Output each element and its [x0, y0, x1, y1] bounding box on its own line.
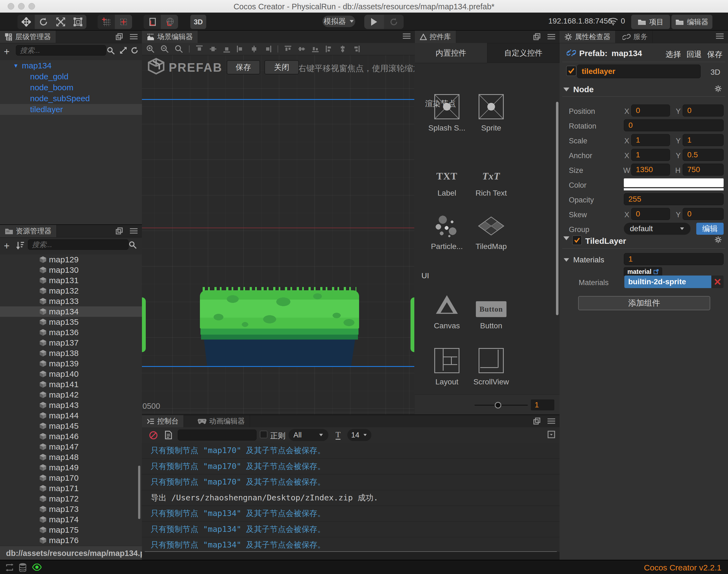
tree-node[interactable]: ▼ map134	[0, 60, 142, 71]
rotation-input[interactable]: 0	[624, 119, 724, 131]
align-right-icon[interactable]	[264, 45, 271, 53]
tab-assets[interactable]: 资源管理器	[0, 225, 57, 237]
size-h-input[interactable]: 750	[683, 164, 724, 176]
widget-item[interactable]: TiledMap	[469, 207, 513, 251]
asset-item[interactable]: map174	[0, 515, 142, 525]
external-link-icon[interactable]	[654, 269, 658, 274]
size-w-input[interactable]: 1350	[631, 164, 670, 176]
3d-toggle-button[interactable]: 3D	[190, 15, 206, 29]
node-active-checkbox[interactable]	[566, 66, 576, 76]
prefab-close-button[interactable]: 关闭	[264, 60, 299, 74]
menu-icon[interactable]	[403, 33, 411, 39]
materials-count-input[interactable]: 1	[624, 253, 724, 265]
center-pivot-button[interactable]	[115, 15, 132, 29]
asset-item[interactable]: map137	[0, 338, 142, 348]
simulator-dropdown[interactable]: 模拟器	[323, 15, 355, 27]
position-x-input[interactable]: 0	[631, 105, 670, 117]
color-swatch[interactable]	[624, 178, 724, 187]
log-row[interactable]: 只有预制节点 "map134" 及其子节点会被保存。	[142, 506, 560, 522]
widget-item[interactable]: TXT Label	[425, 154, 469, 198]
float-panel-icon[interactable]	[116, 228, 123, 235]
prefab-select-button[interactable]: 选择	[666, 49, 681, 59]
refresh-icon[interactable]	[131, 46, 138, 54]
align-hcenter-icon[interactable]	[250, 45, 258, 53]
font-size-dropdown[interactable]: 14	[347, 429, 371, 441]
asset-item[interactable]: map142	[0, 390, 142, 400]
clear-logs-icon[interactable]	[149, 431, 158, 440]
menu-icon[interactable]	[548, 34, 555, 40]
asset-item[interactable]: map131	[0, 275, 142, 286]
node-3d-toggle[interactable]: 3D	[711, 68, 720, 77]
widget-item[interactable]: TxT Rich Text	[469, 154, 513, 198]
asset-item[interactable]: map129	[0, 254, 142, 265]
position-y-input[interactable]: 0	[683, 105, 724, 117]
material-asset-field[interactable]: builtin-2d-sprite	[624, 276, 711, 288]
open-editor-button[interactable]: 编辑器	[671, 15, 713, 29]
zoom-in-icon[interactable]	[146, 45, 155, 53]
asset-item[interactable]: map138	[0, 348, 142, 358]
tab-custom-widgets[interactable]: 自定义控件	[487, 43, 560, 63]
align-top-icon[interactable]	[196, 45, 203, 53]
local-coordinate-button[interactable]	[143, 15, 161, 29]
world-coordinate-button[interactable]	[161, 15, 178, 29]
asset-item[interactable]: map170	[0, 473, 142, 483]
asset-item[interactable]: map130	[0, 265, 142, 275]
grid-pivot-button[interactable]	[98, 15, 115, 29]
log-row[interactable]: 只有预制节点 "map170" 及其子节点会被保存。	[142, 443, 560, 459]
search-icon[interactable]	[106, 46, 115, 55]
zoom-slider-knob[interactable]	[495, 402, 501, 408]
tab-inspector[interactable]: 属性检查器	[560, 31, 615, 43]
asset-item[interactable]: map136	[0, 327, 142, 338]
tab-scene[interactable]: 场景编辑器	[142, 31, 198, 43]
asset-item[interactable]: map171	[0, 483, 142, 494]
align-vcenter-icon[interactable]	[209, 45, 217, 53]
tree-node[interactable]: node_subSpeed	[0, 93, 142, 104]
asset-item[interactable]: map173	[0, 504, 142, 515]
menu-icon[interactable]	[716, 33, 724, 39]
tab-console[interactable]: 控制台	[142, 415, 184, 427]
scale-tool-button[interactable]	[52, 15, 69, 29]
scale-x-input[interactable]: 1	[631, 134, 670, 146]
node-section-header[interactable]: Node	[563, 85, 594, 94]
group-dropdown[interactable]: default	[624, 223, 690, 235]
distribute-vcenter-icon[interactable]	[298, 45, 305, 53]
refresh-preview-button[interactable]	[384, 15, 404, 29]
asset-item[interactable]: map134	[0, 306, 142, 317]
add-node-button[interactable]: +	[4, 46, 9, 57]
database-icon[interactable]	[19, 563, 26, 572]
widget-item[interactable]: Layout	[425, 342, 469, 386]
log-file-icon[interactable]	[165, 430, 172, 439]
asset-item[interactable]: map144	[0, 410, 142, 421]
expand-all-icon[interactable]	[120, 46, 127, 54]
prefab-save-button[interactable]: 保存	[227, 60, 260, 74]
tiledlayer-enabled-checkbox[interactable]	[572, 235, 582, 245]
asset-item[interactable]: map145	[0, 421, 142, 431]
asset-item[interactable]: map141	[0, 379, 142, 390]
console-filter-input[interactable]	[178, 429, 257, 441]
anchor-y-input[interactable]: 0.5	[683, 149, 724, 161]
regex-checkbox[interactable]	[260, 430, 267, 438]
zoom-out-icon[interactable]	[161, 45, 169, 53]
scene-canvas[interactable]: PREFAB 使用鼠标右键平移视窗焦点，使用滚轮缩放视图 保存 关闭	[142, 55, 414, 414]
distribute-top-icon[interactable]	[284, 45, 292, 53]
assets-scrollbar[interactable]	[138, 466, 140, 519]
preview-eye-icon[interactable]	[32, 564, 42, 571]
search-icon[interactable]	[129, 241, 137, 249]
library-scrollbar[interactable]	[556, 102, 558, 315]
collapse-logs-icon[interactable]	[548, 430, 555, 438]
prefab-revert-button[interactable]: 回退	[686, 49, 702, 59]
opacity-input[interactable]: 255	[624, 193, 724, 205]
assets-search-input[interactable]	[28, 239, 129, 250]
asset-item[interactable]: map146	[0, 431, 142, 442]
tab-services[interactable]: 服务	[617, 31, 653, 43]
asset-item[interactable]: map139	[0, 358, 142, 369]
tree-node[interactable]: tiledlayer	[0, 104, 142, 115]
tab-animation-editor[interactable]: 动画编辑器	[193, 415, 250, 427]
widget-item[interactable]: Splash S...	[425, 89, 469, 132]
align-bottom-icon[interactable]	[223, 45, 230, 53]
add-asset-button[interactable]: +	[4, 240, 9, 252]
scale-y-input[interactable]: 1	[683, 134, 724, 146]
menu-icon[interactable]	[130, 34, 137, 40]
asset-item[interactable]: map172	[0, 494, 142, 504]
asset-item[interactable]: map175	[0, 525, 142, 535]
